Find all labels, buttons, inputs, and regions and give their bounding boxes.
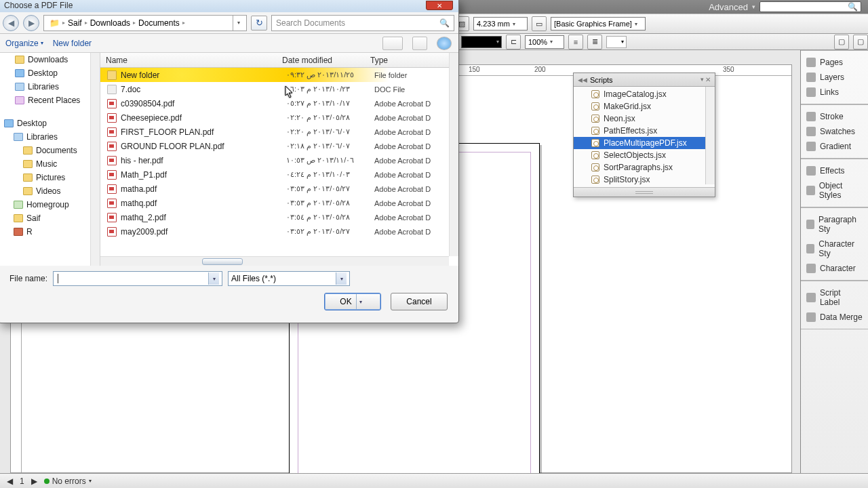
panel-data-merge[interactable]: Data Merge	[801, 310, 868, 325]
measure-field[interactable]: 4.233 mm	[473, 17, 528, 30]
app-search[interactable]: 🔍	[760, 1, 861, 12]
tree-videos[interactable]: Videos	[0, 184, 100, 198]
col-date[interactable]: Date modified	[277, 56, 365, 65]
tree-desktop[interactable]: Desktop	[0, 66, 100, 80]
page-indicator[interactable]: 1	[20, 476, 24, 486]
filename-input[interactable]: ▾	[53, 271, 222, 286]
line-style[interactable]: ▾	[606, 36, 627, 48]
file-row[interactable]: his - her.pdf ٢٠١٣/١١/٠٦ ص ١٠:٥٣ Adobe A…	[100, 153, 458, 167]
file-row[interactable]: matha.pdf ٢٠١٣/٠٥/٢٧ م ٠٣:٥٣ Adobe Acrob…	[100, 182, 458, 196]
col-type[interactable]: Type	[365, 56, 458, 65]
script-item[interactable]: SortParagraphs.jsx	[574, 161, 715, 174]
align-a[interactable]: ≡	[568, 35, 583, 49]
object-style-combo[interactable]: [Basic Graphics Frame]	[551, 17, 646, 30]
panel-links[interactable]: Links	[801, 85, 868, 100]
tree-downloads[interactable]: Downloads	[0, 53, 100, 66]
panel-object-styles[interactable]: Object Styles	[801, 178, 868, 203]
nav-tree[interactable]: Downloads Desktop Libraries Recent Place…	[0, 53, 100, 266]
help-button[interactable]	[437, 37, 452, 50]
forward-button[interactable]: ▶	[23, 15, 39, 31]
tree-desktop-root[interactable]: Desktop	[0, 117, 100, 130]
advanced-menu[interactable]: Advanced	[709, 2, 748, 12]
crumb-downloads[interactable]: Downloads	[87, 18, 133, 28]
tree-documents[interactable]: Documents	[0, 144, 100, 157]
breadcrumb[interactable]: 📁 ▸ Saif ▸ Downloads ▸ Documents ▸ ▾	[43, 15, 247, 31]
panel-grip[interactable]	[635, 191, 653, 194]
panel-character-sty[interactable]: Character Sty	[801, 237, 868, 261]
tree-homegroup[interactable]: Homegroup	[0, 198, 100, 211]
file-row[interactable]: 7.doc ٢٠١٣/١٠/٢٣ م ٠٦:٠٣ DOC File	[100, 82, 458, 96]
tree-scrollbar[interactable]	[90, 53, 100, 266]
script-item[interactable]: SplitStory.jsx	[574, 174, 715, 186]
text-frame-icon[interactable]: ▭	[532, 16, 547, 31]
script-item[interactable]: MakeGrid.jsx	[574, 100, 715, 113]
preflight-status[interactable]: No errors▾	[44, 476, 92, 486]
crumb-dropdown[interactable]: ▾	[233, 16, 243, 30]
panel-character[interactable]: Character	[801, 261, 868, 276]
tree-libraries[interactable]: Libraries	[0, 80, 100, 94]
tree-pictures[interactable]: Pictures	[0, 171, 100, 184]
scripts-scrollbar[interactable]	[705, 87, 715, 184]
panel-close-icon[interactable]: ✕	[705, 76, 711, 83]
cap-a[interactable]: ⊏	[506, 35, 521, 49]
file-list[interactable]: Name Date modified Type New folder ٢٠١٣/…	[100, 53, 458, 266]
file-row[interactable]: mathq_2.pdf ٢٠١٣/٠٥/٢٨ م ٠٣:٥٤ Adobe Acr…	[100, 210, 458, 224]
close-button[interactable]: ✕	[426, 1, 453, 10]
cancel-button[interactable]: Cancel	[391, 293, 448, 310]
panel-effects[interactable]: Effects	[801, 163, 868, 178]
tree-r[interactable]: R	[0, 225, 100, 239]
panel-min-icon[interactable]: ▾	[701, 76, 704, 83]
filter-dropdown[interactable]: ▾	[336, 272, 347, 285]
tree-recent[interactable]: Recent Places	[0, 94, 100, 107]
script-item[interactable]: PlaceMultipagePDF.jsx	[574, 137, 715, 149]
tree-saif[interactable]: Saif	[0, 211, 100, 225]
refresh-button[interactable]: ↻	[251, 16, 267, 30]
script-icon	[591, 102, 599, 110]
panel-stroke[interactable]: Stroke	[801, 109, 868, 124]
view-mode-button[interactable]	[382, 37, 403, 50]
new-folder-button[interactable]: New folder	[53, 39, 92, 48]
search-input[interactable]: Search Documents 🔍	[271, 15, 454, 31]
filename-history-dropdown[interactable]: ▾	[208, 272, 219, 285]
tree-music[interactable]: Music	[0, 157, 100, 171]
organize-menu[interactable]: Organize▾	[5, 39, 43, 48]
dialog-titlebar[interactable]: Choose a PDF File ✕	[0, 0, 458, 12]
col-name[interactable]: Name	[100, 56, 277, 65]
script-item[interactable]: PathEffects.jsx	[574, 125, 715, 137]
crumb-saif[interactable]: Saif	[65, 18, 85, 28]
back-button[interactable]: ◀	[3, 15, 19, 31]
panel-gradient[interactable]: Gradient	[801, 139, 868, 154]
script-item[interactable]: SelectObjects.jsx	[574, 149, 715, 161]
file-row[interactable]: New folder ٢٠١٣/١١/٢٥ ص ٠٩:٣٢ File folde…	[100, 68, 458, 82]
ok-button[interactable]: OK▾	[324, 293, 381, 310]
tree-libraries2[interactable]: Libraries	[0, 130, 100, 144]
file-row[interactable]: Cheesepiece.pdf ٢٠١٣/٠٥/٢٨ م ٠٢:٢٠ Adobe…	[100, 110, 458, 125]
scripts-panel[interactable]: ◀◀ Scripts ▾✕ ImageCatalog.jsxMakeGrid.j…	[573, 73, 715, 197]
file-row[interactable]: FIRST_FLOOR PLAN.pdf ٢٠١٣/٠٦/٠٧ م ٠٢:٢٠ …	[100, 125, 458, 139]
script-item[interactable]: ImageCatalog.jsx	[574, 88, 715, 100]
fill-swatch[interactable]	[461, 36, 502, 48]
misc-b[interactable]: ▢	[853, 35, 868, 49]
file-row[interactable]: mathq.pdf ٢٠١٣/٠٥/٢٨ م ٠٣:٥٣ Adobe Acrob…	[100, 196, 458, 210]
misc-a[interactable]: ▢	[834, 35, 849, 49]
crumb-documents[interactable]: Documents	[136, 18, 182, 28]
preview-pane-button[interactable]	[412, 37, 427, 50]
panel-pages[interactable]: Pages	[801, 55, 868, 70]
align-b[interactable]: ≣	[587, 35, 602, 49]
scripts-tab[interactable]: Scripts	[590, 76, 613, 84]
zoom-field[interactable]: 100%	[525, 35, 564, 49]
panel-layers[interactable]: Layers	[801, 70, 868, 85]
panel-script-label[interactable]: Script Label	[801, 285, 868, 310]
file-type-filter[interactable]: All Files (*.*) ▾	[228, 271, 350, 286]
collapse-icon[interactable]: ◀◀	[578, 77, 587, 83]
file-row[interactable]: GROUND FLOOR PLAN.pdf ٢٠١٣/٠٦/٠٧ م ٠٢:١٨…	[100, 139, 458, 153]
list-hscrollbar[interactable]	[100, 256, 449, 266]
panel-swatches[interactable]: Swatches	[801, 124, 868, 139]
panel-paragraph-sty[interactable]: Paragraph Sty	[801, 212, 868, 237]
file-row[interactable]: Math_P1.pdf ٢٠١٣/١٠/٠٣ م ٠٤:٢٤ Adobe Acr…	[100, 167, 458, 182]
script-item[interactable]: Neon.jsx	[574, 113, 715, 125]
column-headers[interactable]: Name Date modified Type	[100, 53, 458, 68]
file-row[interactable]: c03908504.pdf ٢٠١٣/١٠/١٧ م ٠٥:٢٧ Adobe A…	[100, 96, 458, 110]
file-row[interactable]: may2009.pdf ٢٠١٣/٠٥/٢٧ م ٠٣:٥٢ Adobe Acr…	[100, 224, 458, 239]
list-scrollbar[interactable]	[449, 53, 458, 256]
